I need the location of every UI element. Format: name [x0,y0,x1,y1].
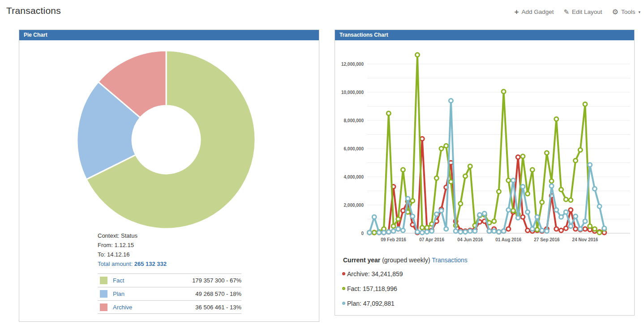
svg-text:12,000,000: 12,000,000 [341,62,364,67]
page-title: Transactions [6,5,61,16]
pie-gadget-body: Context: Status From: 1.12.15 To: 14.12.… [19,40,319,321]
transactions-gadget-title: Transactions Chart [339,32,388,38]
fact-legend-label: Fact: 157,118,996 [347,285,397,292]
pie-gadget-header[interactable]: Pie Chart [19,30,319,40]
pie-legend-row-plan: Plan 49 268 570 - 18% [98,287,241,300]
svg-text:4,000,000: 4,000,000 [344,175,364,179]
dashboard-toolbar: + Add Gadget ✎ Edit Layout ⚙ Tools ▾ [514,8,640,16]
pie-to-line: To: 14.12.16 [98,250,167,259]
archive-color-swatch [100,303,107,311]
svg-text:2,000,000: 2,000,000 [344,203,364,208]
pie-legend-label-archive[interactable]: Archive [113,304,132,311]
pie-total-value: 265 132 332 [134,261,167,267]
pie-from-line: From: 1.12.15 [98,240,167,250]
transactions-gadget-header[interactable]: Transactions Chart [335,30,634,40]
plan-color-swatch [100,290,107,298]
tools-label: Tools [621,9,635,15]
svg-text:09 Feb 2016: 09 Feb 2016 [381,237,406,242]
tools-menu-button[interactable]: ⚙ Tools ▾ [612,9,640,16]
legend-period-label: Current year [343,256,380,264]
edit-layout-label: Edit Layout [572,9,602,15]
series-legend-fact: Fact: 157,118,996 [342,281,403,296]
svg-text:07 Apr 2016: 07 Apr 2016 [419,237,444,242]
svg-text:6,000,000: 6,000,000 [344,146,364,151]
svg-text:0: 0 [361,231,364,236]
svg-text:10,000,000: 10,000,000 [341,90,364,95]
line-chart: 02,000,0004,000,0006,000,0008,000,00010,… [335,40,634,251]
svg-text:27 Sep 2016: 27 Sep 2016 [534,237,560,242]
archive-marker-icon [342,272,345,275]
transactions-link[interactable]: Transactions [432,256,468,264]
pie-legend-value-archive: 36 506 461 - 13% [195,304,241,311]
pie-total-line: Total amount: 265 132 332 [98,259,167,269]
plan-marker-icon [342,302,345,305]
transactions-gadget-body: 02,000,0004,000,0006,000,0008,000,00010,… [335,40,634,315]
svg-text:8,000,000: 8,000,000 [344,118,364,123]
pie-legend-table: Fact 179 357 300 - 67% Plan 49 268 570 -… [98,273,241,314]
pie-gadget-title: Pie Chart [24,32,47,38]
pencil-icon: ✎ [563,9,569,15]
donut-chart [19,40,320,228]
svg-text:04 Jun 2016: 04 Jun 2016 [457,237,483,242]
pie-legend-label-plan[interactable]: Plan [113,291,125,297]
pie-legend-row-fact: Fact 179 357 300 - 67% [98,273,241,287]
gear-icon: ⚙ [612,9,618,16]
pie-total-label: Total amount: [98,261,133,267]
pie-legend-value-plan: 49 268 570 - 18% [195,291,241,297]
transactions-chart-gadget: Transactions Chart 02,000,0004,000,0006,… [335,30,635,316]
pie-legend-value-fact: 179 357 300 - 67% [192,277,241,284]
series-legend-archive: Archive: 34,241,859 [342,266,403,281]
add-gadget-label: Add Gadget [521,9,554,15]
plan-legend-label: Plan: 47,092,881 [347,300,395,307]
pie-context-line: Context: Status [98,231,167,240]
pie-info-block: Context: Status From: 1.12.15 To: 14.12.… [98,231,167,269]
legend-grouping-label: (grouped weekly) [382,256,430,264]
series-legend-plan: Plan: 47,092,881 [342,296,403,311]
caret-down-icon: ▾ [638,10,640,14]
pie-legend-row-archive: Archive 36 506 461 - 13% [98,300,241,314]
archive-legend-label: Archive: 34,241,859 [347,270,403,278]
pie-chart-gadget: Pie Chart Context: Status From: 1.12.15 … [19,30,319,322]
svg-text:01 Aug 2016: 01 Aug 2016 [495,237,521,242]
edit-layout-button[interactable]: ✎ Edit Layout [563,9,602,15]
fact-marker-icon [342,287,345,290]
pie-legend-label-fact[interactable]: Fact [113,277,124,284]
fact-color-swatch [100,277,107,284]
add-gadget-button[interactable]: + Add Gadget [514,8,554,16]
svg-text:24 Nov 2016: 24 Nov 2016 [572,237,598,242]
plus-icon: + [514,8,519,16]
chart-legend-header: Current year (grouped weekly) Transactio… [343,256,468,264]
series-legend: Archive: 34,241,859 Fact: 157,118,996 Pl… [342,266,403,311]
